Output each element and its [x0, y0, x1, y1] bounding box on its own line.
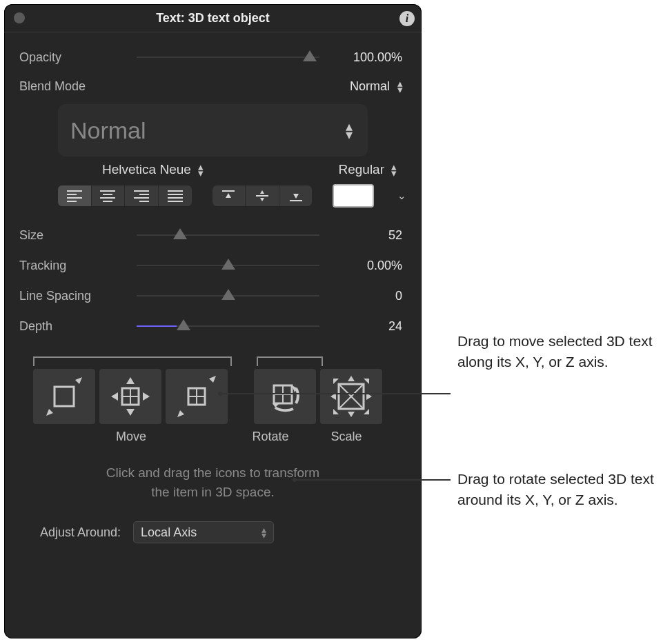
opacity-row: Opacity 100.00%	[19, 42, 406, 72]
svg-marker-1	[226, 193, 231, 198]
callout-lead-move	[219, 393, 451, 394]
text-color-swatch[interactable]	[333, 184, 374, 208]
opacity-slider[interactable]	[137, 50, 319, 64]
chevron-down-icon[interactable]: ⌄	[397, 190, 406, 202]
align-left-icon	[67, 190, 82, 202]
transform-hint: Click and drag the icons to transform th…	[47, 463, 379, 502]
line-spacing-value[interactable]: 0	[319, 289, 406, 303]
rotate-label: Rotate	[229, 430, 312, 444]
tracking-value[interactable]: 0.00%	[319, 259, 406, 273]
font-row: Helvetica Neue Regular	[19, 162, 399, 177]
line-spacing-label: Line Spacing	[19, 289, 137, 303]
panel-title: Text: 3D text object	[156, 11, 270, 26]
text-inspector-panel: Text: 3D text object i Opacity 100.00% B…	[4, 4, 422, 638]
horizontal-align-segment	[58, 185, 192, 206]
opacity-value[interactable]: 100.00%	[319, 50, 406, 65]
depth-label: Depth	[19, 319, 137, 334]
tracking-label: Tracking	[19, 259, 137, 273]
move-xy-icon	[108, 374, 152, 419]
svg-marker-13	[111, 392, 118, 401]
font-weight-select[interactable]: Regular	[338, 162, 397, 177]
rotate-icon	[263, 374, 307, 419]
callout-rotate: Drag to rotate selected 3D text around i…	[457, 469, 671, 510]
scale-label: Scale	[312, 430, 381, 444]
blend-stepper-icon[interactable]	[394, 80, 406, 92]
svg-marker-30	[348, 376, 355, 381]
svg-marker-11	[126, 377, 135, 384]
svg-marker-3	[260, 190, 264, 194]
vertical-align-segment	[213, 185, 313, 206]
valign-bottom-icon	[288, 190, 304, 202]
line-spacing-slider[interactable]	[137, 289, 319, 303]
svg-marker-6	[293, 194, 299, 199]
line-spacing-row: Line Spacing 0	[19, 281, 406, 311]
blend-value[interactable]: Normal	[350, 79, 394, 94]
depth-row: Depth 24	[19, 311, 406, 341]
rotate-tool[interactable]	[254, 369, 316, 424]
tracking-slider[interactable]	[137, 259, 319, 272]
scale-icon	[329, 374, 373, 419]
font-family-value: Helvetica Neue	[102, 162, 191, 177]
align-justify-button[interactable]	[159, 185, 192, 206]
svg-marker-12	[126, 409, 135, 416]
size-row: Size 52	[19, 220, 406, 250]
align-right-icon	[134, 190, 149, 202]
svg-marker-4	[260, 198, 264, 201]
adjust-around-label: Adjust Around:	[40, 525, 121, 540]
font-family-select[interactable]: Helvetica Neue	[102, 162, 204, 177]
hint-line-2: the item in 3D space.	[47, 483, 379, 502]
font-weight-value: Regular	[338, 162, 384, 177]
move-diagonal-icon	[42, 374, 86, 419]
valign-top-button[interactable]	[213, 185, 246, 206]
move-z-icon	[175, 374, 219, 419]
text-toolbar: ⌄	[58, 184, 406, 208]
depth-slider[interactable]	[137, 319, 319, 333]
tool-labels: Move Rotate Scale	[19, 430, 406, 444]
info-icon[interactable]: i	[399, 11, 415, 26]
callout-lead-rotate	[294, 479, 451, 481]
align-center-icon	[100, 190, 115, 202]
size-value[interactable]: 52	[319, 228, 406, 243]
blend-row: Blend Mode Normal	[19, 72, 406, 100]
svg-marker-14	[143, 392, 150, 401]
style-name: Normal	[70, 117, 146, 144]
tracking-row: Tracking 0.00%	[19, 250, 406, 281]
move-diagonal-tool[interactable]	[33, 369, 95, 424]
align-justify-icon	[168, 190, 183, 202]
size-label: Size	[19, 228, 137, 243]
depth-value[interactable]: 24	[319, 319, 406, 334]
opacity-label: Opacity	[19, 50, 137, 65]
svg-rect-7	[55, 387, 74, 406]
align-left-button[interactable]	[58, 185, 92, 206]
style-stepper-icon[interactable]	[343, 122, 355, 139]
align-center-button[interactable]	[92, 185, 126, 206]
align-right-button[interactable]	[125, 185, 159, 206]
move-xy-tool[interactable]	[99, 369, 161, 424]
adjust-around-value: Local Axis	[141, 525, 197, 540]
valign-middle-button[interactable]	[246, 185, 279, 206]
size-slider[interactable]	[137, 228, 319, 242]
valign-top-icon	[221, 190, 236, 202]
chevrons-updown-icon[interactable]	[198, 163, 204, 176]
text-style-well[interactable]: Normal	[58, 104, 368, 157]
move-z-tool[interactable]	[166, 369, 228, 424]
callout-move: Drag to move selected 3D text along its …	[457, 331, 664, 372]
svg-marker-31	[348, 412, 355, 417]
adjust-around-select[interactable]: Local Axis	[133, 521, 274, 543]
close-dot-icon[interactable]	[14, 12, 25, 23]
chevrons-updown-icon[interactable]	[391, 163, 397, 176]
valign-bottom-button[interactable]	[279, 185, 313, 206]
scale-tool[interactable]	[320, 369, 382, 424]
bracket-row	[19, 356, 406, 366]
chevrons-updown-icon[interactable]	[261, 527, 266, 539]
move-label: Move	[33, 430, 229, 444]
valign-middle-icon	[255, 190, 270, 202]
adjust-around-row: Adjust Around: Local Axis	[40, 521, 406, 543]
blend-label: Blend Mode	[19, 79, 137, 94]
titlebar: Text: 3D text object i	[4, 4, 422, 32]
transform-tools: Move Rotate Scale	[19, 356, 406, 444]
